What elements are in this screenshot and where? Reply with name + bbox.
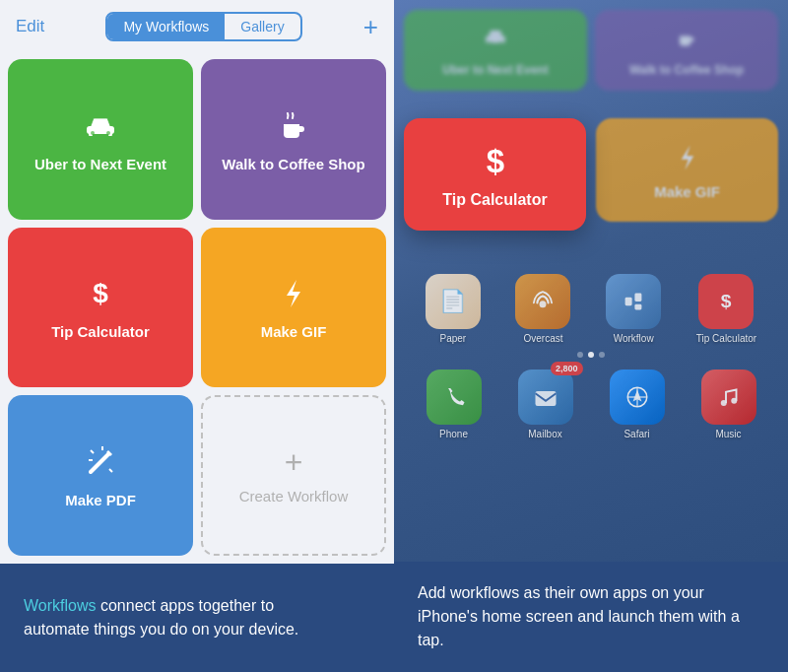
paper-label: Paper <box>439 333 466 344</box>
svg-text:$: $ <box>486 143 503 179</box>
workflow-tile-uber[interactable]: Uber to Next Event <box>8 59 193 220</box>
phone-car-icon <box>482 24 509 57</box>
car-icon <box>81 106 120 146</box>
svg-point-12 <box>489 41 492 44</box>
safari-icon <box>610 370 665 425</box>
mailbox-icon <box>518 370 573 425</box>
svg-point-27 <box>731 398 737 404</box>
app-mailbox[interactable]: 2,800 Mailbox <box>518 370 573 439</box>
phone-app-icon <box>427 370 482 425</box>
phone-apps-row: 📄 Paper Overcast <box>404 266 778 344</box>
page-dots <box>404 344 778 366</box>
make-gif-right: Make GIF <box>596 118 778 222</box>
nav-segment: My Workflows Gallery <box>105 12 301 41</box>
phone-coffee-label: Walk to Coffee Shop <box>629 63 744 77</box>
svg-point-1 <box>91 131 95 135</box>
svg-marker-15 <box>681 145 693 169</box>
coffee-icon <box>274 106 313 146</box>
left-footer: Workflows connect apps together toautoma… <box>0 564 394 672</box>
create-tile-label: Create Workflow <box>239 488 349 504</box>
music-icon <box>701 370 756 425</box>
workflow-label: Workflow <box>614 333 654 344</box>
svg-line-7 <box>91 450 94 453</box>
phone-homescreen: 📄 Paper Overcast <box>394 256 788 564</box>
gif-tile-label: Make GIF <box>261 323 327 340</box>
right-footer-text: Add workflows as their own apps on your … <box>418 581 764 652</box>
overcast-icon <box>515 274 570 329</box>
create-plus-icon: + <box>285 446 303 478</box>
phone-label: Phone <box>439 429 468 439</box>
tip-tile-label: Tip Calculator <box>51 323 150 340</box>
svg-text:$: $ <box>93 278 108 308</box>
svg-rect-17 <box>625 298 632 305</box>
dot-3 <box>599 352 605 358</box>
svg-rect-19 <box>635 304 642 310</box>
gif-right-label: Make GIF <box>654 183 720 200</box>
tip-dollar-icon: $ <box>474 140 517 183</box>
gif-bolt-icon <box>670 140 705 175</box>
svg-text:$: $ <box>721 291 732 311</box>
app-tip-calc[interactable]: $ Tip Calculator <box>696 274 756 344</box>
left-footer-text: Workflows connect apps together toautoma… <box>24 594 298 641</box>
workflow-tile-coffee[interactable]: Walk to Coffee Shop <box>201 59 386 220</box>
svg-point-26 <box>720 400 726 406</box>
music-label: Music <box>715 429 741 439</box>
pdf-tile-label: Make PDF <box>65 492 136 508</box>
safari-label: Safari <box>624 429 649 439</box>
nav-bar: Edit My Workflows Gallery + <box>0 0 394 51</box>
svg-line-8 <box>109 469 112 472</box>
svg-rect-21 <box>535 391 556 406</box>
app-workflow[interactable]: Workflow <box>606 274 661 344</box>
svg-line-5 <box>91 454 108 472</box>
workflow-tile-tip[interactable]: $ Tip Calculator <box>8 228 193 388</box>
tip-calculator-highlight[interactable]: $ Tip Calculator <box>404 118 586 231</box>
add-button[interactable]: + <box>363 14 378 39</box>
svg-marker-4 <box>287 280 300 307</box>
overcast-label: Overcast <box>523 333 562 344</box>
workflow-icon <box>606 274 661 329</box>
svg-point-13 <box>499 41 502 44</box>
gallery-tab[interactable]: Gallery <box>225 14 299 39</box>
phone-tile-uber: Uber to Next Event <box>404 10 587 91</box>
workflow-grid: Uber to Next Event Walk to Coffee Shop $… <box>0 51 394 564</box>
phone-tile-coffee: Walk to Coffee Shop <box>595 10 778 91</box>
workflow-tile-create[interactable]: + Create Workflow <box>201 395 386 556</box>
uber-tile-label: Uber to Next Event <box>34 156 166 172</box>
right-panel: Uber to Next Event Walk to Coffee Shop $… <box>394 0 788 672</box>
edit-button[interactable]: Edit <box>16 17 44 36</box>
mailbox-label: Mailbox <box>528 429 561 439</box>
bolt-icon <box>274 274 313 313</box>
svg-point-2 <box>106 131 110 135</box>
dollar-icon: $ <box>81 274 120 313</box>
app-safari[interactable]: Safari <box>610 370 665 439</box>
phone-dock: Phone 2,800 Mailbox <box>404 366 778 443</box>
paper-icon: 📄 <box>426 274 481 329</box>
left-panel: Edit My Workflows Gallery + Uber to Next… <box>0 0 394 672</box>
dot-2 <box>588 352 594 358</box>
phone-uber-label: Uber to Next Event <box>442 63 548 77</box>
app-phone[interactable]: Phone <box>427 370 482 439</box>
svg-rect-18 <box>635 294 642 302</box>
right-footer: Add workflows as their own apps on your … <box>394 562 788 672</box>
workflows-highlight: Workflows <box>24 597 97 614</box>
wand-icon <box>81 442 120 482</box>
app-music[interactable]: Music <box>701 370 756 439</box>
workflow-tile-pdf[interactable]: Make PDF <box>8 395 193 556</box>
phone-coffee-icon <box>673 24 700 57</box>
tip-highlight-label: Tip Calculator <box>442 191 547 209</box>
svg-point-16 <box>540 301 547 307</box>
my-workflows-tab[interactable]: My Workflows <box>107 14 225 39</box>
tip-calc-label: Tip Calculator <box>696 333 756 344</box>
app-paper[interactable]: 📄 Paper <box>426 274 481 344</box>
coffee-tile-label: Walk to Coffee Shop <box>222 156 364 172</box>
mailbox-badge: 2,800 <box>551 362 583 375</box>
phone-top-workflows: Uber to Next Event Walk to Coffee Shop <box>394 0 788 101</box>
tip-calc-app-icon: $ <box>698 274 754 329</box>
app-overcast[interactable]: Overcast <box>515 274 570 344</box>
dot-1 <box>577 352 583 358</box>
workflow-tile-gif[interactable]: Make GIF <box>201 228 386 388</box>
